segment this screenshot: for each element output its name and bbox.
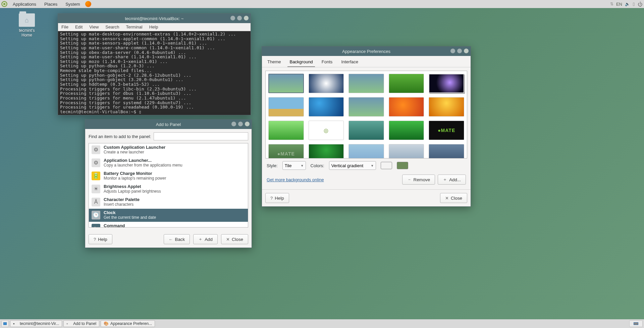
mate-logo-icon[interactable] — [1, 1, 7, 7]
applet-list[interactable]: ⚙ Custom Application LauncherCreate a ne… — [89, 143, 248, 227]
wallpaper-thumb[interactable]: ●MATE — [268, 144, 304, 158]
back-button[interactable]: ←Back — [164, 234, 190, 244]
terminal-menubar: File Edit View Search Terminal Help — [58, 23, 251, 31]
wallpaper-thumb[interactable] — [348, 97, 384, 117]
wallpaper-thumb[interactable] — [389, 121, 424, 140]
add-wallpaper-button[interactable]: ＋Add... — [438, 175, 466, 185]
applet-desc: Create a new launcher — [104, 150, 165, 154]
maximize-button[interactable] — [457, 49, 462, 53]
maximize-button[interactable] — [238, 122, 243, 126]
wallpaper-thumb[interactable]: ◎ — [309, 121, 344, 140]
wallpaper-grid[interactable]: ◎ ●MATE ●MATE — [265, 71, 467, 158]
applet-item-battery[interactable]: 🔋 Battery Charge MonitorMonitor a laptop… — [89, 170, 248, 183]
taskbar-label: Add to Panel — [73, 321, 96, 326]
wallpaper-thumb[interactable] — [309, 97, 344, 117]
home-desktop-icon[interactable]: ⌂ tecmint's Home — [13, 13, 40, 38]
wallpaper-thumb[interactable] — [268, 97, 304, 117]
close-button[interactable] — [464, 49, 469, 53]
style-label: Style: — [267, 163, 278, 168]
applet-desc: Adjusts Laptop panel brightness — [104, 189, 161, 194]
terminal-menu-file[interactable]: File — [58, 23, 72, 30]
applet-item-brightness[interactable]: ☀ Brightness AppletAdjusts Laptop panel … — [89, 183, 248, 196]
minimize-button[interactable] — [230, 16, 235, 20]
appearance-titlebar[interactable]: Appearance Preferences — [262, 47, 471, 56]
menu-system[interactable]: System — [63, 1, 83, 7]
workspace-switcher[interactable] — [629, 320, 643, 327]
taskbar-item-appearance[interactable]: 🎨 Appearance Preferen... — [101, 320, 155, 327]
find-input[interactable] — [154, 132, 248, 140]
style-select[interactable]: Tile — [282, 161, 306, 170]
gradient-select[interactable]: Vertical gradient — [329, 161, 376, 170]
wallpaper-thumb[interactable] — [429, 144, 464, 158]
volume-icon[interactable]: 🔈 — [625, 2, 630, 6]
terminal-titlebar[interactable]: tecmint@tecmint-VirtualBox: ~ — [58, 14, 251, 23]
taskbar-item-terminal[interactable]: ▪ tecmint@tecmint-Vir... — [10, 320, 62, 327]
wallpaper-thumb[interactable] — [389, 74, 424, 93]
wallpaper-thumb[interactable] — [429, 74, 464, 93]
tab-theme[interactable]: Theme — [265, 58, 283, 67]
help-icon: ? — [94, 237, 96, 242]
power-icon[interactable]: ⏻ — [638, 1, 643, 7]
help-button[interactable]: ?Help — [265, 193, 289, 203]
wallpaper-thumb[interactable] — [348, 144, 384, 158]
add-panel-titlebar[interactable]: Add to Panel — [85, 120, 252, 129]
applet-title: Application Launcher... — [104, 158, 182, 163]
wallpaper-thumb[interactable] — [389, 97, 424, 117]
wallpaper-thumb[interactable] — [429, 97, 464, 117]
wallpaper-thumb[interactable] — [389, 144, 424, 158]
applet-title: Character Palette — [104, 197, 140, 202]
wallpaper-thumb[interactable] — [348, 121, 384, 140]
wallpaper-thumb[interactable] — [309, 74, 344, 93]
applet-item-custom-launcher[interactable]: ⚙ Custom Application LauncherCreate a ne… — [89, 143, 248, 156]
launcher-icon: ⚙ — [92, 145, 100, 154]
terminal-menu-edit[interactable]: Edit — [72, 23, 86, 30]
add-to-panel-dialog: Add to Panel Find an item to add to the … — [85, 119, 252, 248]
close-button[interactable]: ✕Close — [221, 234, 248, 244]
get-backgrounds-link[interactable]: Get more backgrounds online — [267, 177, 324, 182]
wallpaper-thumb[interactable] — [268, 74, 304, 93]
close-button[interactable]: ✕Close — [440, 193, 467, 203]
applet-item-clock[interactable]: 🕒 ClockGet the current time and date — [89, 209, 248, 222]
menu-places[interactable]: Places — [42, 1, 60, 7]
wallpaper-thumb[interactable] — [268, 121, 304, 140]
help-button[interactable]: ?Help — [89, 234, 112, 244]
maximize-button[interactable] — [237, 16, 242, 20]
applet-item-application-launcher[interactable]: ⚙ Application Launcher...Copy a launcher… — [89, 156, 248, 170]
wallpaper-thumb[interactable] — [348, 74, 384, 93]
terminal-output[interactable]: Setting up mate-desktop-environment-extr… — [58, 31, 251, 115]
minimize-button[interactable] — [231, 122, 236, 126]
terminal-menu-search[interactable]: Search — [102, 23, 122, 30]
taskbar-label: Appearance Preferen... — [110, 321, 152, 326]
keyboard-indicator[interactable]: EN — [616, 2, 622, 7]
show-desktop-button[interactable] — [1, 320, 9, 327]
primary-color-swatch[interactable] — [381, 162, 392, 169]
tab-fonts[interactable]: Fonts — [320, 58, 335, 67]
applet-item-character-palette[interactable]: Ä Character PaletteInsert characters — [89, 196, 248, 209]
find-label: Find an item to add to the panel: — [89, 134, 151, 139]
terminal-menu-terminal[interactable]: Terminal — [123, 23, 146, 30]
secondary-color-swatch[interactable] — [397, 162, 408, 169]
folder-icon: ⌂ — [19, 13, 35, 27]
plus-icon: ＋ — [443, 177, 447, 183]
firefox-icon[interactable] — [85, 1, 91, 7]
remove-button[interactable]: －Remove — [402, 175, 435, 185]
panel-icon: ▫ — [66, 321, 71, 326]
battery-icon[interactable]: ▯ — [633, 2, 635, 6]
terminal-menu-view[interactable]: View — [86, 23, 102, 30]
tab-interface[interactable]: Interface — [339, 58, 360, 67]
network-icon[interactable]: ⇅ — [610, 2, 613, 6]
close-button[interactable] — [245, 122, 250, 126]
wallpaper-thumb[interactable] — [309, 144, 344, 158]
minimize-button[interactable] — [450, 49, 455, 53]
terminal-menu-help[interactable]: Help — [146, 23, 162, 30]
menu-applications[interactable]: Applications — [10, 1, 39, 7]
taskbar-item-add-panel[interactable]: ▫ Add to Panel — [63, 320, 99, 327]
wallpaper-thumb[interactable]: ●MATE — [429, 121, 464, 140]
plus-icon: ＋ — [198, 236, 203, 242]
applet-item-command[interactable]: ＞ CommandShows the output of a command — [89, 222, 248, 227]
add-button[interactable]: ＋Add — [193, 234, 218, 244]
applet-desc: Insert characters — [104, 202, 140, 207]
appearance-preferences-dialog: Appearance Preferences Theme Background … — [262, 46, 471, 207]
tab-background[interactable]: Background — [287, 58, 315, 67]
close-button[interactable] — [244, 16, 249, 20]
